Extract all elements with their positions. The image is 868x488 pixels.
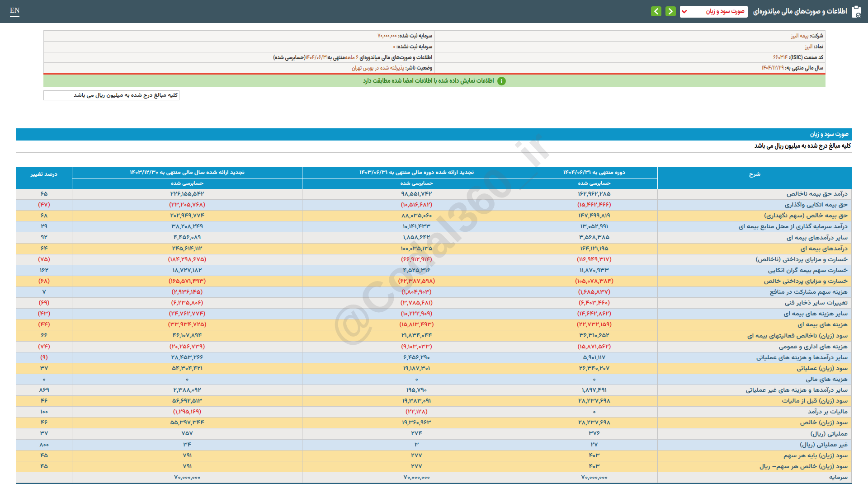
svg-text:i: i [500, 78, 502, 84]
